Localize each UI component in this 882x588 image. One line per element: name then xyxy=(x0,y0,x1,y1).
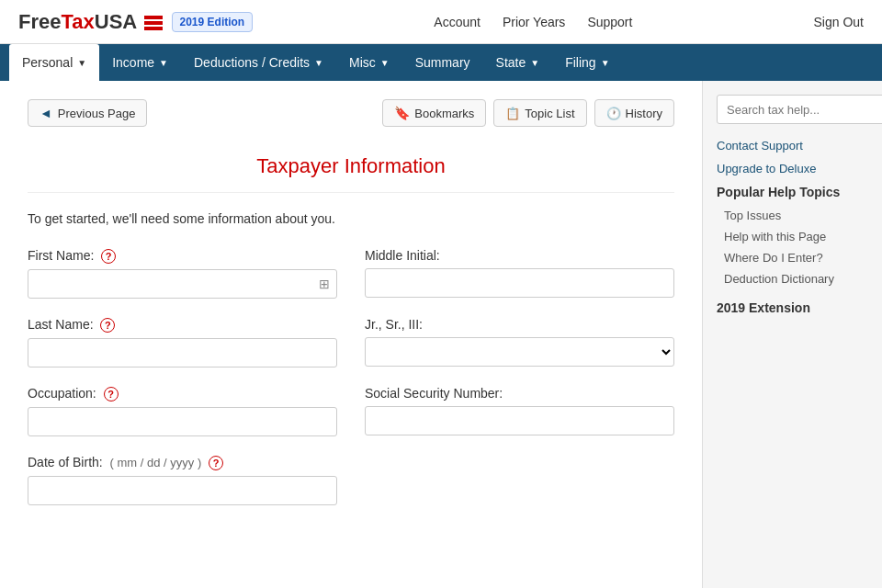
misc-arrow: ▼ xyxy=(380,58,390,68)
state-arrow: ▼ xyxy=(530,58,539,68)
deductions-arrow: ▼ xyxy=(314,58,323,68)
help-where-enter[interactable]: Where Do I Enter? xyxy=(724,251,868,265)
edition-badge: 2019 Edition xyxy=(172,12,254,32)
autofill-icon: ⊞ xyxy=(319,277,330,291)
topic-list-button[interactable]: 📋 Topic List xyxy=(493,99,586,127)
dob-group: Date of Birth: ( mm / dd / yyyy ) ? xyxy=(28,455,337,505)
action-buttons: 🔖 Bookmarks 📋 Topic List 🕐 History xyxy=(382,99,674,127)
help-deduction-dictionary[interactable]: Deduction Dictionary xyxy=(724,272,868,286)
suffix-group: Jr., Sr., III: Jr. Sr. II III IV xyxy=(365,317,674,368)
prev-arrow-icon: ◄ xyxy=(40,106,52,120)
account-link[interactable]: Account xyxy=(434,15,481,29)
first-name-input-wrapper: ⊞ xyxy=(28,269,337,299)
personal-arrow: ▼ xyxy=(77,58,86,68)
last-name-group: Last Name: ? xyxy=(28,317,337,368)
topic-list-icon: 📋 xyxy=(505,107,520,120)
prior-years-link[interactable]: Prior Years xyxy=(503,15,565,29)
form-row-1: First Name: ? ⊞ Middle Initial: xyxy=(28,248,674,299)
first-name-input[interactable] xyxy=(28,269,337,299)
top-nav: Account Prior Years Support xyxy=(289,15,776,29)
last-name-label: Last Name: ? xyxy=(28,317,337,333)
filing-arrow: ▼ xyxy=(601,58,610,68)
first-name-group: First Name: ? ⊞ xyxy=(28,248,337,299)
last-name-help-icon[interactable]: ? xyxy=(100,318,115,333)
main-container: ◄ Previous Page 🔖 Bookmarks 📋 Topic List… xyxy=(0,81,882,588)
form-intro: To get started, we'll need some informat… xyxy=(28,211,674,226)
occupation-help-icon[interactable]: ? xyxy=(104,387,119,401)
action-bar: ◄ Previous Page 🔖 Bookmarks 📋 Topic List… xyxy=(28,99,674,136)
upgrade-link[interactable]: Upgrade to Deluxe xyxy=(717,162,868,175)
help-top-issues[interactable]: Top Issues xyxy=(724,209,868,222)
nav-state[interactable]: State ▼ xyxy=(483,44,553,81)
contact-support-link[interactable]: Contact Support xyxy=(717,139,868,153)
logo-text: FreeTaxUSA xyxy=(18,10,163,34)
nav-filing[interactable]: Filing ▼ xyxy=(552,44,622,81)
occupation-group: Occupation: ? xyxy=(28,386,337,436)
income-arrow: ▼ xyxy=(159,58,168,68)
history-button[interactable]: 🕐 History xyxy=(594,99,674,127)
first-name-help-icon[interactable]: ? xyxy=(101,249,116,264)
nav-personal[interactable]: Personal ▼ xyxy=(9,44,99,81)
middle-initial-label: Middle Initial: xyxy=(365,248,674,263)
extension-label: 2019 Extension xyxy=(717,300,868,315)
middle-initial-input[interactable] xyxy=(365,268,674,298)
bookmarks-button[interactable]: 🔖 Bookmarks xyxy=(382,99,486,127)
form-row-2: Last Name: ? Jr., Sr., III: Jr. Sr. II I… xyxy=(28,317,674,368)
page-title: Taxpayer Information xyxy=(28,154,674,193)
search-box: 🔍 xyxy=(717,95,868,124)
ssn-label: Social Security Number: xyxy=(365,386,674,401)
suffix-label: Jr., Sr., III: xyxy=(365,317,674,332)
dob-help-icon[interactable]: ? xyxy=(209,456,223,470)
previous-page-button[interactable]: ◄ Previous Page xyxy=(28,99,147,127)
top-header: FreeTaxUSA 2019 Edition Account Prior Ye… xyxy=(0,0,882,44)
nav-income[interactable]: Income ▼ xyxy=(99,44,181,81)
form-row-3: Occupation: ? Social Security Number: xyxy=(28,386,674,436)
content-area: ◄ Previous Page 🔖 Bookmarks 📋 Topic List… xyxy=(0,81,703,588)
nav-misc[interactable]: Misc ▼ xyxy=(336,44,402,81)
middle-initial-group: Middle Initial: xyxy=(365,248,674,299)
bookmark-icon: 🔖 xyxy=(394,106,410,120)
first-name-label: First Name: ? xyxy=(28,248,337,264)
popular-help-title: Popular Help Topics xyxy=(717,185,868,199)
logo-area: FreeTaxUSA 2019 Edition xyxy=(18,10,253,34)
support-link[interactable]: Support xyxy=(587,15,632,29)
sidebar: 🔍 Contact Support Upgrade to Deluxe Popu… xyxy=(703,81,882,588)
ssn-input[interactable] xyxy=(365,406,674,435)
dob-input[interactable] xyxy=(28,476,337,505)
nav-summary[interactable]: Summary xyxy=(402,44,483,81)
last-name-input[interactable] xyxy=(28,338,337,368)
dob-hint: ( mm / dd / yyyy ) xyxy=(110,456,202,469)
occupation-input[interactable] xyxy=(28,407,337,436)
history-icon: 🕐 xyxy=(606,107,621,120)
taxpayer-form: First Name: ? ⊞ Middle Initial: xyxy=(28,248,674,505)
help-with-page[interactable]: Help with this Page xyxy=(724,230,868,243)
form-row-4: Date of Birth: ( mm / dd / yyyy ) ? xyxy=(28,455,674,505)
suffix-select[interactable]: Jr. Sr. II III IV xyxy=(365,337,674,367)
nav-deductions[interactable]: Deductions / Credits ▼ xyxy=(181,44,336,81)
occupation-label: Occupation: ? xyxy=(28,386,337,401)
nav-bar: Personal ▼ Income ▼ Deductions / Credits… xyxy=(0,44,882,81)
dob-label: Date of Birth: ( mm / dd / yyyy ) ? xyxy=(28,455,337,470)
sign-out-link[interactable]: Sign Out xyxy=(814,15,864,29)
search-input[interactable] xyxy=(717,95,882,124)
ssn-group: Social Security Number: xyxy=(365,386,674,436)
